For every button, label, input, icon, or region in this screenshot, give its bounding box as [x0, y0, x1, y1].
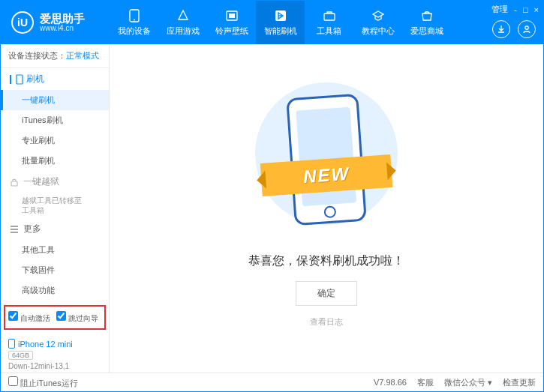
- toolbox-icon: [322, 8, 337, 23]
- svg-point-6: [525, 26, 528, 29]
- sidebar-item-download-firmware[interactable]: 下载固件: [1, 260, 109, 280]
- nav-my-device[interactable]: 我的设备: [110, 1, 158, 44]
- nav-ringtone[interactable]: 铃声壁纸: [207, 1, 256, 44]
- section-jailbreak: 一键越狱: [1, 171, 109, 193]
- main-content: NEW 恭喜您，保资料刷机成功啦！ 确定 查看日志: [110, 44, 543, 373]
- svg-point-1: [134, 19, 135, 21]
- options-box: 自动激活 跳过向导: [4, 305, 106, 330]
- nav-tutorial[interactable]: 教程中心: [353, 1, 402, 44]
- user-button[interactable]: [518, 20, 536, 38]
- ok-button[interactable]: 确定: [296, 281, 357, 306]
- svg-rect-5: [324, 13, 335, 20]
- success-message: 恭喜您，保资料刷机成功啦！: [248, 253, 404, 269]
- app-url: www.i4.cn: [40, 24, 85, 32]
- svg-rect-9: [9, 340, 15, 349]
- app-header: iU 爱思助手 www.i4.cn 我的设备 应用游戏 铃声壁纸 智能刷机 工具…: [1, 1, 543, 44]
- new-banner: NEW: [302, 163, 350, 187]
- section-more[interactable]: 更多: [1, 218, 109, 240]
- nav-flash[interactable]: 智能刷机: [256, 1, 305, 44]
- sidebar-item-oneclick-flash[interactable]: 一键刷机: [1, 90, 109, 110]
- download-button[interactable]: [492, 20, 510, 38]
- logo-icon: iU: [11, 11, 34, 34]
- settings-link[interactable]: 管理: [491, 4, 508, 15]
- success-illustration: NEW: [270, 90, 383, 240]
- maximize-button[interactable]: □: [523, 5, 528, 14]
- checkbox-block-itunes[interactable]: 阻止iTunes运行: [8, 376, 78, 389]
- sidebar-item-other-tools[interactable]: 其他工具: [1, 240, 109, 260]
- logo-area: iU 爱思助手 www.i4.cn: [1, 11, 110, 34]
- section-flash[interactable]: 刷机: [1, 68, 109, 90]
- checkbox-skip-guide[interactable]: 跳过向导: [56, 311, 98, 324]
- window-controls: 管理 - □ ×: [491, 4, 539, 15]
- apps-icon: [176, 8, 191, 23]
- store-icon: [419, 8, 434, 23]
- tutorial-icon: [371, 8, 386, 23]
- wechat-link[interactable]: 微信公众号 ▾: [444, 377, 492, 388]
- support-link[interactable]: 客服: [417, 377, 434, 388]
- close-button[interactable]: ×: [534, 5, 539, 14]
- phone-icon: [127, 8, 142, 23]
- view-log-link[interactable]: 查看日志: [310, 316, 343, 328]
- device-info[interactable]: iPhone 12 mini 64GB Down-12mini-13,1: [1, 334, 109, 375]
- device-status: 设备连接状态：正常模式: [1, 44, 109, 68]
- main-nav: 我的设备 应用游戏 铃声壁纸 智能刷机 工具箱 教程中心 爱思商城: [110, 1, 451, 44]
- footer: 阻止iTunes运行 V7.98.66 客服 微信公众号 ▾ 检查更新: [1, 373, 543, 391]
- minimize-button[interactable]: -: [514, 5, 517, 14]
- sidebar-item-itunes-flash[interactable]: iTunes刷机: [1, 110, 109, 130]
- version-label: V7.98.66: [374, 378, 407, 387]
- nav-store[interactable]: 爱思商城: [402, 1, 451, 44]
- flash-icon: [273, 8, 288, 23]
- nav-toolbox[interactable]: 工具箱: [305, 1, 353, 44]
- wallpaper-icon: [224, 8, 239, 23]
- sidebar-item-pro-flash[interactable]: 专业刷机: [1, 130, 109, 151]
- sidebar-item-advanced[interactable]: 高级功能: [1, 280, 109, 301]
- sidebar-item-batch-flash[interactable]: 批量刷机: [1, 151, 109, 171]
- svg-rect-3: [229, 13, 235, 18]
- sidebar: 设备连接状态：正常模式 刷机 一键刷机 iTunes刷机 专业刷机 批量刷机 一…: [1, 44, 110, 373]
- nav-apps[interactable]: 应用游戏: [158, 1, 207, 44]
- svg-rect-8: [11, 181, 17, 186]
- svg-rect-7: [17, 75, 23, 84]
- check-update-link[interactable]: 检查更新: [503, 377, 536, 388]
- checkbox-auto-activate[interactable]: 自动激活: [8, 311, 50, 324]
- app-name: 爱思助手: [40, 13, 85, 24]
- jailbreak-note: 越狱工具已转移至 工具箱: [1, 193, 109, 218]
